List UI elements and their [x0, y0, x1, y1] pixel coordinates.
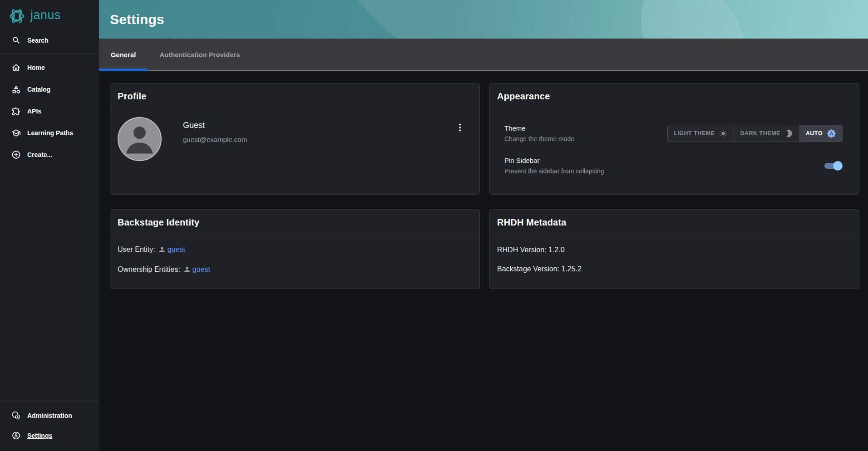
sidebar-item-create[interactable]: Create...	[0, 144, 99, 166]
pin-sidebar-toggle[interactable]	[824, 161, 843, 171]
card-title: Appearance	[497, 91, 550, 101]
sidebar-item-label: Search	[27, 37, 49, 44]
dark-theme-button[interactable]: DARK THEME	[734, 125, 799, 142]
card-body: Guest guest@example.com	[110, 109, 479, 194]
page-header: Settings	[99, 0, 868, 39]
sidebar-item-administration[interactable]: Administration	[0, 406, 99, 426]
sidebar-item-label: Administration	[27, 412, 72, 419]
user-entity-row: User Entity: guest	[118, 245, 472, 254]
toggle-label: LIGHT THEME	[674, 130, 715, 137]
backstage-version-label: Backstage Version:	[497, 265, 559, 273]
auto-theme-button[interactable]: AUTO	[799, 125, 842, 142]
pin-sidebar-label: Pin Sidebar	[504, 157, 604, 164]
brand-name: janus	[30, 9, 61, 23]
backstage-version-row: Backstage Version: 1.25.2	[497, 265, 852, 273]
entity-link-label: guest	[192, 265, 210, 274]
profile-info: Guest guest@example.com	[183, 121, 247, 186]
pin-sidebar-text: Pin Sidebar Prevent the sidebar from col…	[504, 157, 604, 175]
card-header: RHDH Metadata	[490, 210, 859, 235]
profile-email: guest@example.com	[183, 136, 247, 143]
sidebar-item-search[interactable]: Search	[0, 32, 99, 49]
toggle-label: AUTO	[806, 130, 823, 137]
settings-content: Profile Guest guest@example.com	[99, 71, 868, 451]
sun-icon	[719, 129, 728, 138]
light-theme-button[interactable]: LIGHT THEME	[668, 125, 734, 142]
rhdh-metadata-card: RHDH Metadata RHDH Version: 1.2.0 Backst…	[489, 209, 859, 289]
search-icon	[11, 36, 21, 45]
ownership-entity-link[interactable]: guest	[183, 265, 210, 274]
tab-bar: General Authentication Providers	[99, 39, 868, 71]
active-tab-indicator	[99, 69, 148, 71]
home-icon	[11, 63, 21, 73]
sidebar-item-label: Catalog	[27, 86, 50, 93]
sidebar-divider	[0, 401, 99, 401]
sidebar-item-label: Learning Paths	[27, 129, 73, 137]
theme-setting-text: Theme Change the theme mode	[504, 124, 574, 142]
entity-link-label: guest	[168, 245, 185, 254]
tab-authentication-providers[interactable]: Authentication Providers	[148, 39, 252, 71]
card-body: User Entity: guest Ownership Entities:	[110, 235, 479, 289]
ownership-entities-row: Ownership Entities: guest	[118, 265, 472, 274]
sidebar-nav: Home Catalog APIs Learning Paths	[0, 54, 99, 166]
page-title: Settings	[110, 12, 164, 27]
sidebar-item-catalog[interactable]: Catalog	[0, 78, 99, 100]
profile-menu-button[interactable]	[454, 122, 466, 133]
card-title: RHDH Metadata	[497, 217, 567, 227]
theme-setting-row: Theme Change the theme mode LIGHT THEME	[504, 124, 843, 142]
brand-logo[interactable]: janus	[0, 0, 99, 32]
user-entity-label: User Entity:	[118, 245, 155, 254]
theme-description: Change the theme mode	[504, 135, 574, 142]
card-title: Backstage Identity	[118, 217, 199, 227]
pin-sidebar-setting-row: Pin Sidebar Prevent the sidebar from col…	[504, 157, 843, 175]
person-icon	[183, 265, 191, 274]
theme-toggle-group: LIGHT THEME	[667, 125, 843, 142]
avatar	[118, 117, 162, 161]
user-entity-link[interactable]: guest	[158, 245, 185, 254]
backstage-version-value: 1.25.2	[561, 265, 581, 273]
administration-icon	[11, 411, 21, 421]
card-title: Profile	[118, 91, 147, 101]
app-root: janus Search Home Catalog	[0, 0, 868, 451]
extension-icon	[11, 107, 21, 116]
sidebar-bottom: Administration Settings	[0, 401, 99, 451]
sidebar-item-learning-paths[interactable]: Learning Paths	[0, 122, 99, 144]
person-icon	[158, 245, 166, 254]
rhdh-version-value: 1.2.0	[548, 246, 565, 254]
backstage-identity-card: Backstage Identity User Entity: guest	[110, 209, 480, 289]
profile-name: Guest	[183, 121, 247, 130]
sidebar: janus Search Home Catalog	[0, 0, 99, 451]
janus-logo-icon	[7, 7, 26, 25]
theme-label: Theme	[504, 124, 574, 132]
rhdh-version-row: RHDH Version: 1.2.0	[497, 246, 852, 254]
profile-card: Profile Guest guest@example.com	[110, 83, 480, 195]
sidebar-item-apis[interactable]: APIs	[0, 100, 99, 122]
sidebar-item-home[interactable]: Home	[0, 57, 99, 78]
account-circle-icon	[11, 431, 21, 441]
toggle-thumb	[833, 161, 843, 171]
sidebar-item-label: Create...	[27, 151, 52, 158]
moon-icon	[784, 129, 794, 138]
ownership-entities-label: Ownership Entities:	[118, 265, 180, 274]
rhdh-version-label: RHDH Version:	[497, 246, 546, 254]
catalog-icon	[11, 85, 21, 94]
card-header: Profile	[110, 83, 479, 109]
pin-sidebar-description: Prevent the sidebar from collapsing	[504, 167, 604, 175]
tab-general[interactable]: General	[99, 39, 148, 71]
sidebar-item-settings[interactable]: Settings	[0, 426, 99, 446]
card-body: RHDH Version: 1.2.0 Backstage Version: 1…	[490, 235, 859, 289]
toggle-label: DARK THEME	[740, 130, 780, 137]
sidebar-item-label: APIs	[27, 108, 41, 115]
tab-label: Authentication Providers	[159, 51, 240, 59]
sidebar-item-label: Settings	[27, 432, 52, 439]
more-vert-icon	[454, 122, 465, 133]
tab-label: General	[111, 51, 136, 59]
card-header: Backstage Identity	[110, 210, 479, 235]
card-body: Theme Change the theme mode LIGHT THEME	[490, 109, 859, 194]
add-circle-icon	[11, 150, 21, 160]
sidebar-item-label: Home	[27, 64, 45, 71]
appearance-card: Appearance Theme Change the theme mode L…	[489, 83, 859, 195]
brightness-auto-icon	[827, 129, 836, 138]
school-icon	[11, 128, 21, 138]
card-header: Appearance	[490, 83, 859, 109]
main-area: Settings General Authentication Provider…	[99, 0, 868, 451]
